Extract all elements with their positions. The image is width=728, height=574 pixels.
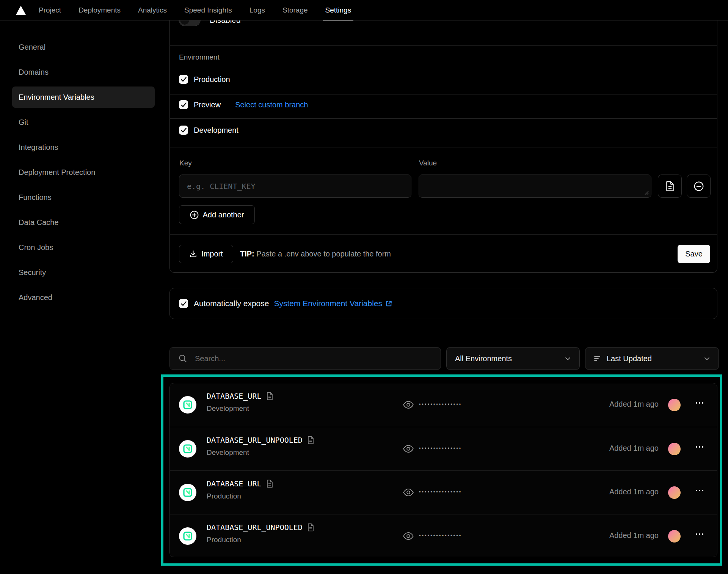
sidebar-item-deployment-protection[interactable]: Deployment Protection — [12, 162, 155, 183]
added-timestamp: Added 1m ago — [609, 400, 659, 409]
nav-tab-logs[interactable]: Logs — [249, 0, 265, 20]
sidebar-item-integrations[interactable]: Integrations — [12, 137, 155, 158]
add-another-label: Add another — [203, 211, 244, 219]
reveal-value-eye-icon[interactable] — [403, 531, 414, 541]
sidebar-item-git[interactable]: Git — [12, 112, 155, 133]
env-var-environment: Development — [207, 448, 249, 457]
add-another-button[interactable]: Add another — [179, 205, 255, 224]
top-nav: Project Deployments Analytics Speed Insi… — [0, 0, 728, 20]
import-button[interactable]: Import — [179, 245, 233, 263]
system-env-checkbox[interactable] — [179, 299, 188, 308]
neon-integration-icon — [179, 396, 196, 414]
system-env-panel: Automatically expose System Environment … — [169, 288, 717, 319]
env-var-row[interactable]: DATABASE_URL Production ••••••••••••••• … — [170, 470, 717, 514]
nav-tab-settings[interactable]: Settings — [325, 0, 351, 20]
row-actions-menu-button[interactable] — [696, 446, 703, 448]
neon-integration-icon — [179, 440, 196, 458]
preview-checkbox[interactable] — [179, 100, 188, 109]
added-timestamp: Added 1m ago — [609, 488, 659, 496]
resize-grip-icon[interactable] — [644, 190, 649, 195]
masked-value: ••••••••••••••• — [419, 445, 462, 451]
sidebar-item-cron-jobs[interactable]: Cron Jobs — [12, 237, 155, 258]
reveal-value-eye-icon[interactable] — [403, 400, 414, 410]
environment-production-row: Production — [179, 75, 230, 84]
sidebar-item-advanced[interactable]: Advanced — [12, 287, 155, 308]
env-var-row[interactable]: DATABASE_URL_UNPOOLED Production •••••••… — [170, 514, 717, 557]
production-checkbox[interactable] — [179, 75, 188, 84]
env-var-row[interactable]: DATABASE_URL Development •••••••••••••••… — [170, 383, 717, 427]
env-var-name: DATABASE_URL_UNPOOLED — [207, 436, 303, 445]
note-icon[interactable] — [307, 436, 314, 444]
search-input[interactable] — [195, 354, 422, 363]
divider — [170, 94, 717, 94]
value-input[interactable] — [419, 175, 651, 198]
env-var-list: DATABASE_URL Development •••••••••••••••… — [169, 383, 717, 557]
system-env-link[interactable]: System Environment Variables — [274, 299, 392, 308]
sort-filter-dropdown[interactable]: Last Updated — [585, 347, 719, 370]
note-icon[interactable] — [266, 392, 273, 400]
vercel-logo-icon[interactable] — [16, 6, 26, 15]
masked-value: ••••••••••••••• — [419, 533, 462, 538]
env-var-row[interactable]: DATABASE_URL_UNPOOLED Development ••••••… — [170, 427, 717, 470]
added-timestamp: Added 1m ago — [609, 444, 659, 453]
environment-filter-dropdown[interactable]: All Environments — [446, 347, 580, 370]
system-env-label: Automatically expose — [194, 299, 269, 308]
highlight-annotation-box: DATABASE_URL Development •••••••••••••••… — [161, 374, 722, 566]
env-var-environment: Production — [207, 536, 241, 544]
search-icon — [178, 354, 187, 363]
preview-label: Preview — [194, 101, 221, 109]
note-icon[interactable] — [307, 523, 314, 532]
select-custom-branch-link[interactable]: Select custom branch — [235, 101, 308, 109]
row-actions-menu-button[interactable] — [696, 402, 703, 404]
sidebar-item-security[interactable]: Security — [12, 262, 155, 283]
env-var-environment: Production — [207, 492, 241, 500]
sidebar-item-domains[interactable]: Domains — [12, 61, 155, 83]
import-tip: TIP: Paste a .env above to populate the … — [240, 250, 391, 258]
nav-tab-speed-insights[interactable]: Speed Insights — [184, 0, 232, 20]
added-timestamp: Added 1m ago — [609, 531, 659, 540]
search-box — [169, 347, 441, 370]
nav-tab-analytics[interactable]: Analytics — [138, 0, 167, 20]
env-var-name: DATABASE_URL_UNPOOLED — [207, 523, 303, 532]
remove-row-button[interactable] — [687, 175, 711, 198]
environment-section-label: Environment — [179, 53, 220, 61]
user-avatar — [668, 443, 681, 455]
save-button[interactable]: Save — [678, 245, 710, 263]
production-label: Production — [194, 75, 230, 84]
environment-filter-value: All Environments — [455, 354, 512, 363]
nav-tab-storage[interactable]: Storage — [282, 0, 308, 20]
reveal-value-eye-icon[interactable] — [403, 488, 414, 497]
environment-preview-row: Preview Select custom branch — [179, 100, 308, 109]
sort-filter-value: Last Updated — [607, 354, 652, 363]
value-label: Value — [419, 159, 437, 167]
sidebar-item-functions[interactable]: Functions — [12, 187, 155, 208]
divider — [170, 45, 717, 46]
divider — [170, 118, 717, 119]
env-var-name: DATABASE_URL — [207, 479, 262, 488]
neon-integration-icon — [179, 484, 196, 501]
masked-value: ••••••••••••••• — [419, 401, 462, 407]
development-label: Development — [194, 126, 238, 135]
sort-icon — [594, 355, 601, 362]
user-avatar — [668, 486, 681, 499]
key-input[interactable] — [179, 175, 411, 198]
neon-integration-icon — [179, 527, 196, 545]
row-actions-menu-button[interactable] — [696, 533, 703, 535]
sidebar-item-environment-variables[interactable]: Environment Variables — [12, 86, 155, 108]
divider — [169, 333, 717, 333]
user-avatar — [668, 399, 681, 411]
plus-circle-icon — [190, 211, 199, 219]
env-var-environment: Development — [207, 404, 249, 413]
row-actions-menu-button[interactable] — [696, 490, 703, 491]
nav-tab-project[interactable]: Project — [39, 0, 61, 20]
sidebar-item-data-cache[interactable]: Data Cache — [12, 212, 155, 233]
chevron-down-icon — [565, 355, 571, 362]
sidebar-item-general[interactable]: General — [12, 36, 155, 58]
tip-text: Paste a .env above to populate the form — [254, 250, 391, 258]
nav-tab-deployments[interactable]: Deployments — [78, 0, 121, 20]
reveal-value-eye-icon[interactable] — [403, 444, 414, 454]
page: Project Deployments Analytics Speed Insi… — [0, 0, 728, 574]
paste-env-file-button[interactable] — [658, 175, 682, 198]
development-checkbox[interactable] — [179, 126, 188, 135]
note-icon[interactable] — [266, 480, 273, 488]
